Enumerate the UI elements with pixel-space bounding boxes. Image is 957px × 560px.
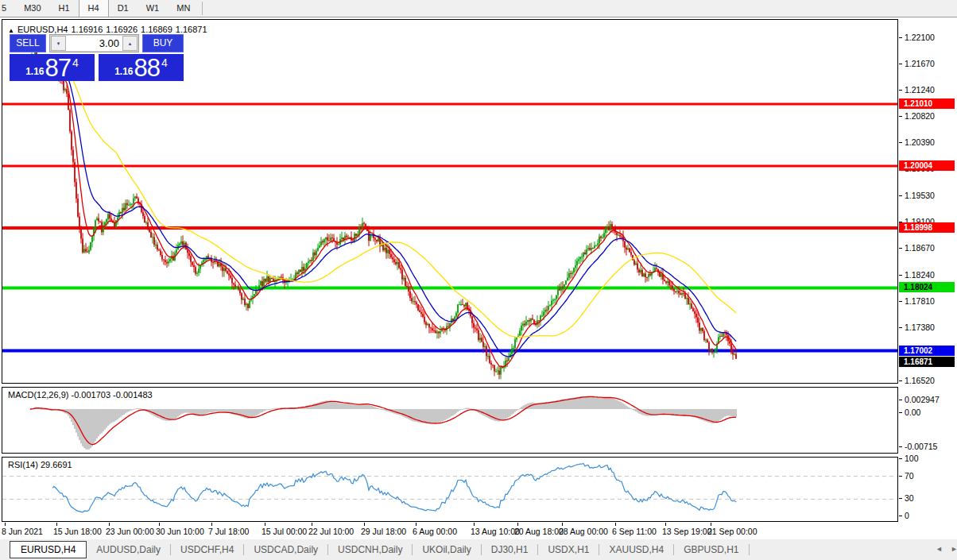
macd-tick-mark [899, 400, 902, 400]
ohlc-close: 1.16871 [176, 25, 207, 34]
macd-label: MACD(12,26,9) -0.001703 -0.001483 [8, 390, 153, 400]
ohlc-low: 1.16869 [141, 25, 172, 34]
price-tick-mark [899, 142, 902, 143]
timeframe-button-h4[interactable]: H4 [79, 0, 109, 17]
price-tick-mark [899, 195, 902, 196]
price-tick-label: 1.19530 [905, 191, 935, 200]
time-label: 22 Jul 10:00 [308, 527, 354, 536]
tab-dj30-h1[interactable]: DJ30,H1 [482, 541, 538, 558]
up-triangle-icon: ▲ [8, 27, 14, 34]
tab-usdcad-daily[interactable]: USDCAD,Daily [244, 541, 327, 558]
chart-symbol: EURUSD,H4 [17, 25, 68, 34]
price-tick-mark [899, 90, 902, 91]
time-tick [665, 523, 666, 526]
ohlc-high: 1.16926 [106, 25, 138, 34]
level-price-tag: 1.20004 [899, 160, 955, 171]
price-tick-label: 1.17810 [905, 296, 935, 306]
timeframe-button-5[interactable]: 5 [0, 0, 15, 17]
current-price-tag: 1.16871 [899, 357, 955, 367]
time-tick [416, 523, 417, 526]
time-label: 23 Jun 00:00 [106, 527, 154, 536]
rsi-pane[interactable] [2, 457, 898, 522]
timeframe-toolbar: 5M30H1H4D1W1MN [0, 0, 957, 17]
volume-input[interactable] [66, 36, 122, 51]
price-tick-mark [899, 327, 902, 328]
price-tick-label: 1.18240 [905, 270, 935, 280]
rsi-tick-label: 30 [905, 493, 914, 503]
timeframe-button-w1[interactable]: W1 [138, 0, 169, 17]
tab-usdcnh-daily[interactable]: USDCNH,Daily [328, 541, 412, 558]
tab-scroll-right-icon[interactable]: ► [951, 545, 957, 553]
timeframe-button-d1[interactable]: D1 [109, 0, 138, 17]
sell-price-sup: 4 [72, 56, 79, 69]
level-price-tag: 1.18998 [899, 222, 955, 233]
price-tick-label: 1.21240 [905, 85, 935, 95]
sell-price-big: 87 [45, 56, 71, 80]
time-tick [711, 523, 711, 526]
macd-tick-mark [899, 446, 902, 447]
tab-eurusd-h4[interactable]: EURUSD,H4 [10, 541, 87, 558]
time-label: 13 Sep 19:00 [662, 527, 711, 536]
volume-increase-button[interactable]: ▲ [122, 36, 138, 51]
mt4-window: 5M30H1H4D1W1MN ▲EURUSD,H41.169161.169261… [0, 0, 957, 560]
time-label: 15 Jun 18:00 [53, 527, 102, 536]
time-tick [265, 523, 265, 526]
rsi-tick-label: 70 [905, 471, 914, 481]
price-tick-mark [899, 380, 902, 381]
time-tick [56, 523, 57, 526]
time-tick [562, 523, 563, 526]
one-click-trade-panel: SELL ▼ ▲ BUY 1.16 87 4 1.16 88 4 [10, 34, 184, 81]
tab-usdchf-h4[interactable]: USDCHF,H4 [171, 541, 243, 558]
level-price-tag: 1.17002 [899, 346, 955, 356]
rsi-tick-mark [899, 458, 902, 459]
time-label: 30 Jun 10:00 [156, 527, 204, 536]
price-tick-label: 1.17380 [905, 322, 935, 332]
tab-scroll-left-icon[interactable]: ◄ [936, 545, 943, 553]
time-tick [312, 523, 312, 526]
macd-tick-label: -0.00715 [905, 442, 937, 451]
tab-separator [749, 544, 750, 555]
price-tick-mark [899, 301, 902, 302]
time-label: 21 Sep 00:00 [707, 527, 757, 536]
rsi-tick-label: 100 [905, 454, 919, 463]
volume-box: ▼ ▲ [49, 34, 139, 52]
chart-tab-bar: EURUSD,H4AUDUSD,DailyUSDCHF,H4USDCAD,Dai… [0, 539, 957, 560]
macd-tick-label: 0.00 [905, 407, 920, 417]
rsi-tick-mark [899, 498, 902, 499]
price-tick-label: 1.22100 [905, 33, 935, 42]
price-tick-label: 1.20820 [905, 111, 935, 121]
time-label: 8 Jun 2021 [2, 527, 43, 536]
time-label: 28 Aug 00:00 [559, 527, 608, 536]
rsi-tick-mark [899, 516, 902, 516]
level-price-tag: 1.21010 [899, 98, 955, 109]
volume-decrease-button[interactable]: ▼ [51, 36, 66, 51]
tab-gbpusd-h1[interactable]: GBPUSD,H1 [674, 541, 748, 558]
timeframe-button-m30[interactable]: M30 [15, 0, 49, 17]
chart-title: ▲EURUSD,H41.169161.169261.168691.16871 [8, 25, 211, 34]
timeframe-button-mn[interactable]: MN [168, 0, 199, 17]
buy-price-sup: 4 [161, 56, 168, 69]
sell-price-display[interactable]: 1.16 87 4 [10, 54, 95, 81]
tab-ukoil-daily[interactable]: UKOil,Daily [413, 541, 480, 558]
time-label: 20 Aug 18:00 [514, 527, 564, 536]
price-tick-label: 1.16520 [905, 376, 935, 385]
chart-window: ▲EURUSD,H41.169161.169261.168691.16871 S… [0, 17, 957, 538]
sell-button[interactable]: SELL [10, 34, 46, 52]
rsi-tick-label: 0 [905, 511, 909, 520]
buy-price-display[interactable]: 1.16 88 4 [99, 54, 184, 81]
spinner-up-icon: ▲ [128, 41, 133, 46]
level-price-tag: 1.18024 [899, 282, 955, 292]
price-tick-label: 1.20390 [905, 137, 935, 147]
rsi-label: RSI(14) 29.6691 [8, 460, 72, 469]
price-tick-mark [899, 248, 902, 249]
timeframe-button-h1[interactable]: H1 [50, 0, 79, 17]
price-tick-label: 1.21670 [905, 59, 935, 68]
tab-xauusd-h4[interactable]: XAUUSD,H4 [599, 541, 673, 558]
price-tick-mark [899, 116, 902, 117]
time-tick [517, 523, 518, 526]
tab-usdx-h1[interactable]: USDX,H1 [538, 541, 599, 558]
rsi-indicator [2, 458, 897, 521]
buy-button[interactable]: BUY [142, 34, 184, 52]
macd-tick-label: 0.002947 [905, 395, 940, 404]
tab-audusd-daily[interactable]: AUDUSD,Daily [87, 541, 170, 558]
